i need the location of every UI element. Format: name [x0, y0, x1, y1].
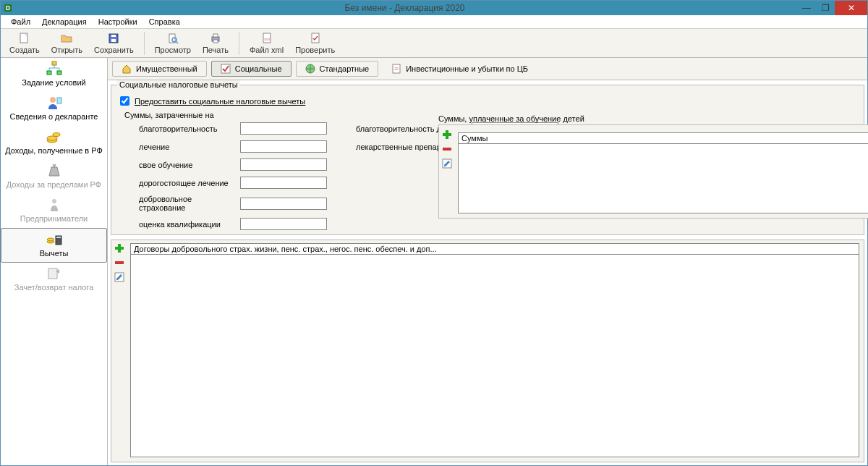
remove-child-button[interactable]	[442, 144, 452, 154]
sidebar-item-deductions[interactable]: Вычеты	[1, 228, 107, 263]
checkbox-icon	[221, 64, 231, 74]
refund-icon	[46, 266, 63, 281]
qualification-label: оценка квалификации	[139, 220, 240, 229]
check-icon	[310, 33, 321, 44]
preview-icon	[167, 33, 179, 44]
tab-investment[interactable]: 20 Инвестиционные и убытки по ЦБ	[383, 62, 537, 76]
treatment-input[interactable]	[240, 140, 327, 153]
toolbar: Создать Открыть Сохранить Просмотр Печат…	[1, 29, 867, 58]
menu-help[interactable]: Справка	[143, 16, 186, 27]
sidebar-item-refund[interactable]: Зачет/возврат налога	[1, 263, 107, 297]
businessman-icon	[46, 197, 63, 213]
children-list[interactable]	[458, 144, 868, 213]
contracts-list[interactable]	[130, 255, 859, 457]
qualification-input[interactable]	[240, 218, 327, 230]
content: Социальные налоговые вычеты Предоставить…	[108, 80, 867, 465]
svg-rect-39	[443, 133, 451, 136]
moneybag-icon	[46, 163, 63, 179]
svg-rect-15	[312, 33, 319, 43]
sidebar-item-declarant[interactable]: Сведения о декларанте	[1, 92, 107, 126]
open-button[interactable]: Открыть	[46, 31, 88, 56]
svg-rect-6	[111, 35, 116, 37]
folder-open-icon	[61, 33, 72, 44]
svg-rect-33	[48, 268, 57, 279]
own-education-input[interactable]	[240, 158, 327, 171]
contracts-panel: Договоры добровольного страх. жизни, пен…	[111, 240, 864, 462]
window-title: Без имени - Декларация 2020	[12, 3, 797, 13]
insurance-input[interactable]	[240, 198, 327, 210]
print-button[interactable]: Печать	[197, 31, 234, 56]
expensive-treatment-input[interactable]	[240, 177, 327, 189]
tab-social[interactable]: Социальные	[211, 61, 292, 77]
toolbar-separator	[239, 32, 239, 55]
add-child-button[interactable]	[442, 130, 452, 140]
social-deductions-group: Социальные налоговые вычеты Предоставить…	[111, 85, 864, 235]
xml-button[interactable]: xml Файл xml	[244, 31, 289, 56]
svg-rect-43	[115, 247, 124, 250]
provide-social-checkbox[interactable]	[120, 96, 129, 106]
preview-button[interactable]: Просмотр	[149, 31, 197, 56]
app-window: D Без имени - Декларация 2020 — ❐ ✕ Файл…	[0, 0, 868, 466]
svg-text:20: 20	[394, 67, 399, 71]
coins-icon	[46, 129, 63, 145]
edit-child-button[interactable]	[442, 158, 452, 169]
children-education-block: Суммы, уплаченные за обучение детей Сумм…	[438, 114, 868, 219]
body: Задание условий Сведения о декларанте До…	[1, 58, 867, 465]
main: Имущественный Социальные Стандартные 20 …	[108, 58, 867, 465]
sidebar-item-income-abroad[interactable]: Доходы за пределами РФ	[1, 160, 107, 194]
children-column-header: Суммы	[458, 132, 868, 144]
svg-rect-17	[47, 71, 51, 75]
house-icon	[122, 64, 132, 74]
minimize-button[interactable]: —	[797, 1, 816, 15]
sidebar-item-entrepreneurs[interactable]: Предприниматели	[1, 194, 107, 228]
deductions-icon	[46, 232, 63, 247]
svg-rect-18	[57, 71, 61, 75]
person-icon	[46, 95, 63, 111]
svg-rect-11	[213, 34, 218, 37]
svg-text:xml: xml	[264, 37, 270, 41]
svg-rect-12	[213, 40, 218, 43]
svg-rect-24	[57, 98, 61, 103]
svg-rect-32	[56, 237, 61, 238]
create-button[interactable]: Создать	[4, 31, 46, 56]
menu-declaration[interactable]: Декларация	[36, 16, 93, 27]
svg-rect-40	[443, 148, 451, 151]
menubar: Файл Декларация Настройки Справка	[1, 15, 867, 29]
save-icon	[108, 33, 119, 44]
treatment-label: лечение	[139, 143, 240, 151]
charity-label: благотворительность	[139, 124, 240, 133]
xml-file-icon: xml	[261, 33, 273, 44]
titlebar: D Без имени - Декларация 2020 — ❐ ✕	[1, 1, 867, 15]
provide-social-label: Предоставить социальные налоговые вычеты	[135, 97, 305, 106]
svg-text:D: D	[6, 5, 10, 12]
svg-point-28	[52, 199, 56, 203]
sidebar-item-conditions[interactable]: Задание условий	[1, 58, 107, 92]
menu-file[interactable]: Файл	[5, 16, 36, 27]
children-title: Суммы, уплаченные за обучение детей	[438, 114, 868, 123]
add-contract-button[interactable]	[114, 243, 124, 253]
save-button[interactable]: Сохранить	[88, 31, 140, 56]
group-title: Социальные налоговые вычеты	[117, 80, 240, 89]
svg-point-23	[50, 97, 56, 103]
remove-contract-button[interactable]	[114, 258, 124, 268]
tab-standard[interactable]: Стандартные	[296, 61, 379, 77]
check-button[interactable]: Проверить	[289, 31, 341, 56]
print-icon	[210, 33, 221, 44]
sidebar-item-income-rf[interactable]: Доходы, полученные в РФ	[1, 126, 107, 160]
conditions-icon	[46, 61, 63, 77]
app-icon: D	[4, 4, 12, 12]
svg-rect-16	[52, 62, 56, 65]
svg-rect-5	[111, 39, 116, 42]
edit-contract-button[interactable]	[114, 272, 124, 282]
maximize-button[interactable]: ❐	[816, 1, 835, 15]
tabbar: Имущественный Социальные Стандартные 20 …	[108, 58, 867, 80]
svg-point-27	[53, 133, 60, 137]
close-button[interactable]: ✕	[835, 1, 867, 15]
document-icon: 20	[391, 64, 401, 74]
new-file-icon	[19, 33, 30, 44]
toolbar-separator	[144, 32, 145, 55]
charity-input[interactable]	[240, 122, 327, 135]
svg-rect-44	[115, 261, 124, 264]
menu-settings[interactable]: Настройки	[93, 16, 143, 27]
tab-property[interactable]: Имущественный	[112, 61, 207, 77]
